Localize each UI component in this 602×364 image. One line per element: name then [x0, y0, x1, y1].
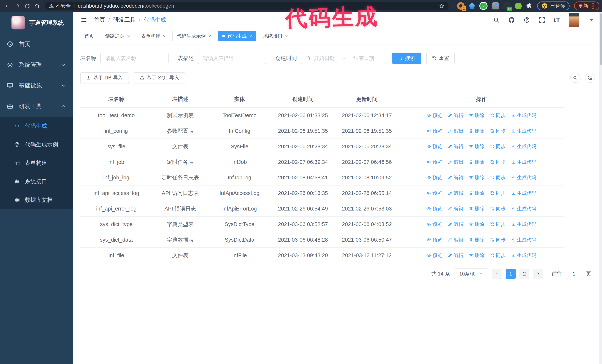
close-icon[interactable]: ×: [163, 34, 166, 39]
action-preview[interactable]: 预览: [427, 189, 442, 197]
hamburger-icon[interactable]: [81, 17, 87, 23]
prev-page-button[interactable]: [492, 269, 502, 279]
action-generate[interactable]: 生成代码: [511, 127, 536, 135]
action-delete[interactable]: 删除: [469, 111, 484, 119]
tab-item[interactable]: 链路追踪×: [101, 31, 134, 41]
action-delete[interactable]: 删除: [469, 220, 484, 228]
action-preview[interactable]: 预览: [427, 251, 442, 260]
action-edit[interactable]: 编辑: [448, 205, 463, 213]
action-generate[interactable]: 生成代码: [511, 205, 536, 213]
page-scrollbar[interactable]: [599, 12, 602, 364]
search-icon[interactable]: [493, 17, 500, 23]
action-delete[interactable]: 删除: [469, 251, 484, 260]
action-edit[interactable]: 编辑: [448, 220, 463, 228]
sidebar-item-home[interactable]: 首页: [0, 34, 73, 54]
action-sync[interactable]: 同步: [490, 205, 505, 213]
sidebar-item-devtools[interactable]: 研发工具: [0, 96, 73, 117]
user-avatar[interactable]: [569, 13, 580, 27]
import-sql-button[interactable]: 基于 SQL 导入: [134, 72, 185, 83]
extension-gem-icon[interactable]: [469, 3, 475, 9]
tab-item[interactable]: 代码生成示例×: [172, 31, 215, 41]
action-generate[interactable]: 生成代码: [511, 220, 536, 228]
action-preview[interactable]: 预览: [427, 220, 442, 228]
action-edit[interactable]: 编辑: [448, 127, 463, 135]
help-icon[interactable]: [524, 17, 530, 23]
browser-forward-icon[interactable]: [13, 1, 22, 10]
action-edit[interactable]: 编辑: [448, 189, 463, 197]
page-size-select[interactable]: 10条/页: [454, 269, 488, 279]
browser-home-icon[interactable]: [32, 1, 42, 10]
sidebar-item-form-builder[interactable]: 表单构建: [0, 154, 73, 172]
table-name-input[interactable]: [100, 52, 169, 64]
paused-extension-chip[interactable]: 已暂停: [537, 1, 570, 10]
action-sync[interactable]: 同步: [490, 189, 505, 197]
table-desc-input[interactable]: [198, 52, 266, 64]
page-button-2[interactable]: 2: [519, 269, 529, 279]
action-delete[interactable]: 删除: [469, 205, 484, 213]
sidebar-item-codegen[interactable]: 代码生成: [0, 117, 73, 135]
close-icon[interactable]: ×: [249, 34, 252, 39]
goto-page-input[interactable]: [566, 269, 582, 279]
action-sync[interactable]: 同步: [490, 158, 505, 166]
action-edit[interactable]: 编辑: [448, 251, 463, 260]
action-sync[interactable]: 同步: [490, 127, 505, 135]
bookmark-star-icon[interactable]: [439, 3, 445, 9]
action-delete[interactable]: 删除: [469, 142, 484, 151]
action-generate[interactable]: 生成代码: [511, 251, 536, 260]
import-db-button[interactable]: 基于 DB 导入: [80, 72, 129, 83]
action-edit[interactable]: 编辑: [448, 142, 463, 151]
next-page-button[interactable]: [533, 269, 543, 279]
action-preview[interactable]: 预览: [427, 236, 442, 244]
extension-alien-icon[interactable]: [515, 3, 522, 9]
action-generate[interactable]: 生成代码: [511, 189, 536, 197]
refresh-table-button[interactable]: [585, 73, 595, 83]
action-preview[interactable]: 预览: [427, 142, 442, 151]
action-preview[interactable]: 预览: [427, 127, 442, 135]
page-button-1[interactable]: 1: [506, 269, 516, 279]
kebab-menu-icon[interactable]: [592, 5, 594, 7]
action-edit[interactable]: 编辑: [448, 236, 463, 244]
sidebar-item-codegen-example[interactable]: 代码生成示例: [0, 135, 73, 154]
action-sync[interactable]: 同步: [490, 251, 505, 260]
action-preview[interactable]: 预览: [427, 158, 442, 166]
close-icon[interactable]: ×: [208, 34, 211, 39]
toggle-search-button[interactable]: [570, 73, 580, 83]
tab-item[interactable]: 首页: [80, 31, 98, 41]
extension-check-icon[interactable]: [479, 2, 487, 10]
breadcrumb-item[interactable]: 首页: [94, 16, 105, 24]
scrollbar-thumb[interactable]: [600, 13, 602, 65]
action-delete[interactable]: 删除: [469, 236, 484, 244]
sidebar-item-system[interactable]: 系统管理: [0, 54, 73, 75]
update-button[interactable]: 更新: [574, 1, 599, 10]
fullscreen-icon[interactable]: [539, 17, 545, 23]
tab-item[interactable]: 表单构建×: [137, 31, 170, 41]
action-sync[interactable]: 同步: [490, 174, 505, 182]
breadcrumb-item[interactable]: 代码生成: [144, 16, 166, 24]
action-sync[interactable]: 同步: [490, 220, 505, 228]
browser-back-icon[interactable]: [3, 1, 12, 10]
action-delete[interactable]: 删除: [469, 189, 484, 197]
action-sync[interactable]: 同步: [490, 142, 505, 151]
action-delete[interactable]: 删除: [469, 127, 484, 135]
action-preview[interactable]: 预览: [427, 205, 442, 213]
reset-button[interactable]: 重置: [426, 52, 455, 64]
action-generate[interactable]: 生成代码: [511, 111, 536, 119]
action-edit[interactable]: 编辑: [448, 158, 463, 166]
action-edit[interactable]: 编辑: [448, 174, 463, 182]
date-range-picker[interactable]: 开始日期 - 结束日期: [301, 52, 386, 64]
puzzle-icon[interactable]: [526, 3, 533, 9]
extension-orange-icon[interactable]: 1: [457, 2, 464, 10]
action-delete[interactable]: 删除: [469, 174, 484, 182]
extension-grid-icon[interactable]: [492, 2, 499, 10]
sidebar-item-db-doc[interactable]: 数据库文档: [0, 191, 73, 209]
sidebar-item-infra[interactable]: 基础设施: [0, 75, 73, 96]
action-generate[interactable]: 生成代码: [511, 236, 536, 244]
tab-item[interactable]: 系统接口×: [259, 31, 292, 41]
action-delete[interactable]: 删除: [469, 158, 484, 166]
action-preview[interactable]: 预览: [427, 111, 442, 119]
close-icon[interactable]: ×: [127, 34, 130, 39]
action-sync[interactable]: 同步: [490, 236, 505, 244]
extension-dark-icon[interactable]: on: [504, 2, 510, 10]
breadcrumb-item[interactable]: 研发工具: [113, 16, 135, 24]
action-preview[interactable]: 预览: [427, 174, 442, 182]
